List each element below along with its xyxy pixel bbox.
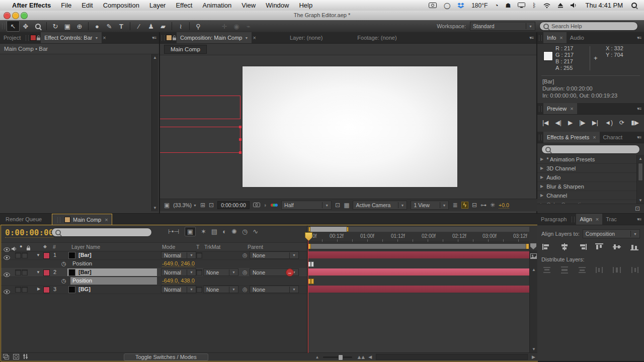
blend-mode-dropdown[interactable]: Normal▼ xyxy=(161,251,196,259)
temperature-status[interactable]: 180°F xyxy=(468,0,491,11)
brush-tool[interactable]: ∕ xyxy=(133,21,145,31)
solo-toggle[interactable] xyxy=(22,269,28,276)
pan-behind-tool[interactable]: ⊕ xyxy=(73,21,86,31)
time-zoom-slider[interactable] xyxy=(323,356,352,358)
zoom-tool[interactable] xyxy=(32,21,44,31)
scroll-down-icon[interactable]: ▼ xyxy=(530,347,538,351)
audio-toggle[interactable] xyxy=(15,287,21,293)
layer-disclosure-triangle[interactable]: ▼ xyxy=(36,253,40,257)
parent-dropdown[interactable]: None▼ xyxy=(250,286,299,293)
layer-row-2[interactable]: ▼ 2 [Bar] Normal▼ None▼ ◎ None▼ ↔ xyxy=(1,268,307,277)
panel-grip[interactable] xyxy=(572,217,575,222)
distribute-horizontal-center-button[interactable] xyxy=(610,265,623,275)
menu-item-edit[interactable]: Edit xyxy=(76,0,98,11)
fast-previews-icon[interactable]: ϟ xyxy=(461,202,468,209)
selection-handle[interactable] xyxy=(239,138,242,141)
preview-tab[interactable]: Preview× xyxy=(543,103,577,114)
toggle-pixel-aspect-icon[interactable]: ≣ xyxy=(452,202,457,208)
panel-menu-icon[interactable]: ▾≡ xyxy=(634,106,644,111)
scroll-down-icon[interactable]: ▼ xyxy=(152,206,158,210)
close-icon[interactable]: × xyxy=(570,106,573,112)
layer-label-color[interactable] xyxy=(43,269,50,276)
position-value[interactable]: -649.0, 438.0 xyxy=(162,278,195,284)
panel-grip[interactable] xyxy=(162,35,165,41)
layer-duration-bar[interactable] xyxy=(308,251,529,258)
scroll-right-icon[interactable]: ▶ xyxy=(532,354,535,359)
time-zoom-slider-handle[interactable] xyxy=(338,354,343,360)
time-navigator-track[interactable] xyxy=(307,227,529,232)
time-ruler[interactable]: 0f 00:12f 01:00f 01:12f 02:00f 02:12f 03… xyxy=(307,232,529,242)
workspace-dropdown[interactable]: Standard ▼ xyxy=(470,22,535,31)
distribute-vertical-center-button[interactable] xyxy=(558,265,571,275)
preserve-transparency-toggle[interactable] xyxy=(196,287,202,293)
scroll-up-icon[interactable]: ▲ xyxy=(530,262,538,272)
view-layout-dropdown[interactable]: 1 View▼ xyxy=(411,201,449,210)
effect-controls-scrollbar[interactable]: ▲ ▼ xyxy=(151,54,158,211)
dropbox-icon[interactable] xyxy=(454,0,468,11)
character-tab[interactable]: Charact xyxy=(600,132,626,143)
comp-flowchart-icon[interactable]: ⊶ xyxy=(480,202,487,208)
timeline-comp-tab[interactable]: Main Comp × xyxy=(52,214,112,225)
trkmat-dropdown[interactable]: None▼ xyxy=(203,286,238,293)
align-right-button[interactable] xyxy=(576,242,589,251)
align-tab[interactable]: Align× xyxy=(576,214,602,225)
effect-category-row[interactable]: ▶Blur & Sharpen xyxy=(537,182,637,191)
menu-bar-clock[interactable]: Thu 4:41 PM xyxy=(581,0,628,11)
panel-menu-icon[interactable]: ▾≡ xyxy=(526,35,536,40)
close-icon[interactable]: × xyxy=(559,35,562,41)
comp-canvas[interactable] xyxy=(242,66,458,188)
chevron-down-icon[interactable]: ▼ xyxy=(95,36,98,40)
hand-tool[interactable]: ✥ xyxy=(20,21,32,31)
layer-duration-bar-selected[interactable] xyxy=(308,268,529,276)
motion-blur-button[interactable]: ◐ xyxy=(222,228,226,235)
layer-label-color[interactable] xyxy=(43,287,50,293)
panel-grip[interactable] xyxy=(57,217,60,223)
last-frame-button[interactable]: ▶| xyxy=(592,119,598,126)
layer-label-color[interactable] xyxy=(43,252,50,259)
parent-pickwhip-icon[interactable]: ◎ xyxy=(243,252,248,258)
effect-category-row[interactable]: ▶* Animation Presets xyxy=(537,155,637,164)
panel-menu-icon[interactable]: ▾≡ xyxy=(149,35,159,40)
effect-category-row[interactable]: ▶Channel xyxy=(537,191,637,200)
layer-row-1[interactable]: ▼ 1 [Bar] Normal▼ ◎ None▼ xyxy=(1,251,307,260)
audio-toggle[interactable] xyxy=(15,252,21,258)
align-to-dropdown[interactable]: Composition▼ xyxy=(583,229,640,238)
local-axis-mode-button[interactable]: ✛ xyxy=(218,21,230,31)
transparency-grid-icon[interactable]: ▦ xyxy=(344,202,349,208)
wifi-icon[interactable] xyxy=(540,0,554,11)
mask-visibility-icon[interactable]: ⊡ xyxy=(209,202,214,208)
composition-tab[interactable]: Composition: Main Comp ▼ xyxy=(177,32,252,43)
effect-category-row[interactable]: ▶3D Channel xyxy=(537,164,637,173)
align-horizontal-center-button[interactable] xyxy=(558,242,571,251)
effect-controls-tab[interactable]: Effect Controls: Bar ▼ xyxy=(41,32,102,43)
timeline-horizontal-scrollbar[interactable] xyxy=(376,354,528,360)
timeline-vertical-scrollbar[interactable]: ▲ ▼ xyxy=(529,250,538,353)
playhead-line[interactable] xyxy=(308,232,308,353)
clone-stamp-tool[interactable]: ♟ xyxy=(145,21,157,31)
current-time-display[interactable]: 0:00:00:00 xyxy=(5,228,53,238)
hide-shy-layers-button[interactable]: ✶ xyxy=(201,228,206,235)
apple-menu[interactable] xyxy=(0,0,7,11)
layer-disclosure-triangle[interactable]: ▶ xyxy=(37,287,40,291)
property-row-position-1[interactable]: ◷ Position -649.0, 246.0 xyxy=(1,259,307,268)
frame-blending-button[interactable]: ▤ xyxy=(211,228,217,235)
exposure-value[interactable]: +0.0 xyxy=(499,202,509,209)
close-icon[interactable]: × xyxy=(105,217,108,223)
auto-keyframe-button[interactable]: ◷ xyxy=(242,228,248,235)
bluetooth-icon[interactable]: ᛒ xyxy=(529,0,539,11)
menu-item-layer[interactable]: Layer xyxy=(144,0,171,11)
view-axis-mode-button[interactable]: ⌁ xyxy=(243,21,255,31)
expand-layer-switches-icon[interactable] xyxy=(3,352,9,361)
play-button[interactable]: ▶ xyxy=(568,119,573,126)
solo-toggle[interactable] xyxy=(22,252,28,258)
safe-margins-icon[interactable]: ⊞ xyxy=(200,202,205,208)
parent-dropdown[interactable]: None▼ xyxy=(250,251,299,259)
property-name[interactable]: Position xyxy=(72,260,92,266)
keyframe-marker[interactable] xyxy=(311,261,314,267)
menu-item-help[interactable]: Help xyxy=(294,0,317,11)
align-left-button[interactable] xyxy=(540,242,553,251)
selection-handle[interactable] xyxy=(239,151,242,154)
trkmat-dropdown[interactable]: None▼ xyxy=(203,268,238,276)
draft-3d-button[interactable]: ▣ xyxy=(185,227,196,236)
close-icon[interactable]: × xyxy=(596,216,599,222)
